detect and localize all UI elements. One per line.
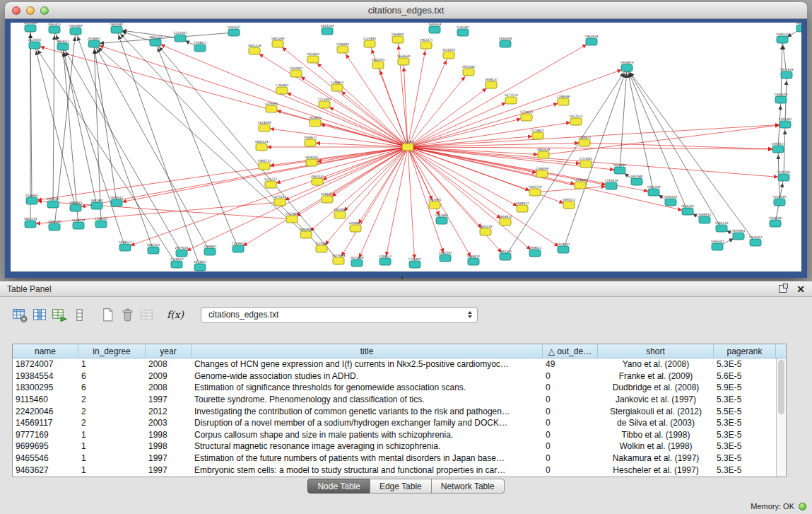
graph-node[interactable]: 1699401 xyxy=(732,229,746,240)
graph-node[interactable]: 1748508 xyxy=(557,95,570,105)
network-canvas-svg[interactable]: 1724041853041160240117854011276491142409… xyxy=(11,23,801,271)
graph-edge[interactable] xyxy=(53,30,54,204)
graph-node[interactable]: 1095411 xyxy=(772,142,785,153)
graph-node[interactable]: 1216621 xyxy=(531,129,545,139)
graph-edge[interactable] xyxy=(76,147,408,208)
graph-node[interactable]: 1915461 xyxy=(435,214,449,224)
graph-edge[interactable] xyxy=(340,147,408,215)
graph-edge[interactable] xyxy=(408,68,627,147)
graph-node[interactable]: 172404 xyxy=(402,140,414,151)
graph-node[interactable]: 2294511 xyxy=(379,255,392,265)
graph-node[interactable]: 1595381 xyxy=(779,117,792,128)
graph-edge[interactable] xyxy=(408,147,784,177)
graph-node[interactable]: 1590519 xyxy=(72,218,86,229)
graph-node[interactable]: 1965934 xyxy=(585,35,599,45)
graph-node[interactable]: 1905421 xyxy=(69,201,83,211)
graph-node[interactable]: 1601224 xyxy=(248,44,261,54)
graph-node[interactable]: 1693541 xyxy=(228,25,241,36)
graph-node[interactable]: 1906711 xyxy=(258,159,271,170)
graph-edge[interactable] xyxy=(404,62,408,147)
graph-node[interactable]: 1595106 xyxy=(777,170,791,181)
table-row[interactable]: 946362711997Embryonic stem cells: a mode… xyxy=(13,464,776,476)
graph-node[interactable]: 1609354 xyxy=(428,23,442,33)
graph-node[interactable]: 2067531 xyxy=(311,175,324,185)
graph-node[interactable]: 1806124 xyxy=(255,140,269,151)
graph-node[interactable]: 1801941 xyxy=(90,199,104,209)
graph-node[interactable]: 1681624 xyxy=(537,148,551,158)
graph-node[interactable]: 1927434 xyxy=(780,68,794,78)
table-row[interactable]: 969969511998Structural magnetic resonanc… xyxy=(13,440,776,452)
graph-edge[interactable] xyxy=(76,31,153,250)
graph-node[interactable]: 1778631 xyxy=(520,110,534,121)
graph-node[interactable]: 2126019 xyxy=(170,257,184,268)
graph-node[interactable]: 1695012 xyxy=(110,196,124,206)
graph-node[interactable]: 1930671 xyxy=(304,136,317,146)
column-header-year[interactable]: year xyxy=(146,344,192,358)
graph-node[interactable]: 2095501 xyxy=(147,243,160,254)
graph-node[interactable]: 2212041 xyxy=(174,31,187,42)
graph-node[interactable]: 1605319 xyxy=(479,225,493,235)
graph-node[interactable]: 1944879 xyxy=(620,61,634,71)
graph-node[interactable]: 1646251 xyxy=(321,192,334,203)
graph-node[interactable]: 1924506 xyxy=(769,216,782,227)
graph-node[interactable]: 1943409 xyxy=(69,24,83,35)
function-builder-icon[interactable]: f(x) xyxy=(165,305,185,325)
tab-node-table[interactable]: Node Table xyxy=(307,479,370,493)
table-row[interactable]: 1830029562008Estimation of significance … xyxy=(13,382,776,394)
graph-node[interactable]: 1965541 xyxy=(439,251,452,262)
graph-edge[interactable] xyxy=(357,147,408,263)
column-header-pagerank[interactable]: pagerank xyxy=(714,344,776,358)
graph-node[interactable]: 1895572 xyxy=(563,198,576,209)
graph-node[interactable]: 2248953 xyxy=(331,81,344,91)
graph-node[interactable]: 1694011 xyxy=(467,255,481,265)
graph-node[interactable]: 1657515 xyxy=(570,115,583,125)
graph-edge[interactable] xyxy=(30,202,280,224)
graph-node[interactable]: 1816304 xyxy=(499,37,512,47)
graph-node[interactable]: 1664620 xyxy=(397,54,411,65)
graph-node[interactable]: 1160471 xyxy=(578,136,592,146)
table-row[interactable]: 2242004622012Investigating the contribut… xyxy=(13,405,776,417)
graph-node[interactable]: 1595101 xyxy=(47,197,60,208)
graph-node[interactable]: 1961371 xyxy=(420,38,433,49)
table-settings-icon[interactable] xyxy=(10,305,30,325)
graph-edge[interactable] xyxy=(155,42,238,249)
graph-node[interactable]: 1154490 xyxy=(574,178,587,189)
graph-edge[interactable] xyxy=(278,44,408,147)
show-rows-icon[interactable] xyxy=(69,305,89,325)
graph-node[interactable]: 1759402 xyxy=(232,242,245,252)
graph-edge[interactable] xyxy=(155,42,408,147)
table-row[interactable]: 977716911998Corpus callosum shape and si… xyxy=(13,429,776,441)
graph-node[interactable]: 1795401 xyxy=(408,257,422,268)
graph-node[interactable]: 1924503 xyxy=(749,235,763,246)
table-source-select[interactable]: citations_edges.txt xyxy=(201,307,478,323)
graph-node[interactable]: 2394011 xyxy=(194,41,207,52)
close-window-button[interactable] xyxy=(12,6,20,15)
graph-edge[interactable] xyxy=(32,147,408,201)
graph-edge[interactable] xyxy=(563,68,627,250)
column-header-out_degree[interactable]: △ out_de… xyxy=(543,344,598,358)
graph-edge[interactable] xyxy=(627,68,654,192)
graph-node[interactable]: 1664091 xyxy=(392,33,405,43)
graph-edge[interactable] xyxy=(620,68,627,170)
column-header-name[interactable]: name xyxy=(13,344,78,358)
graph-node[interactable]: 2464312 xyxy=(57,40,70,50)
graph-node[interactable]: 1616251 xyxy=(442,48,456,59)
graph-node[interactable]: 1856102 xyxy=(681,204,695,215)
graph-node[interactable]: 1775491 xyxy=(318,98,331,108)
table-row[interactable]: 1456911722003Disruption of a novel membe… xyxy=(13,417,776,429)
graph-edge[interactable] xyxy=(339,147,408,261)
graph-node[interactable]: 1594041 xyxy=(204,245,217,255)
window-titlebar[interactable]: citations_edges.txt xyxy=(5,2,807,19)
column-header-title[interactable]: title xyxy=(192,344,543,358)
graph-node[interactable]: 2161063 xyxy=(24,23,37,32)
graph-node[interactable]: 1807941 xyxy=(630,175,644,185)
graph-node[interactable]: 1793910 xyxy=(605,179,618,189)
graph-node[interactable]: 2204209 xyxy=(536,167,549,177)
graph-node[interactable]: 2405121 xyxy=(149,35,163,46)
graph-node[interactable]: 1801214 xyxy=(24,217,37,228)
graph-node[interactable]: 1604912 xyxy=(698,213,712,223)
graph-edge[interactable] xyxy=(408,122,576,147)
graph-node[interactable]: 1276491 xyxy=(265,102,278,112)
column-header-short[interactable]: short xyxy=(598,344,714,358)
graph-node[interactable]: 2206041 xyxy=(336,42,350,53)
